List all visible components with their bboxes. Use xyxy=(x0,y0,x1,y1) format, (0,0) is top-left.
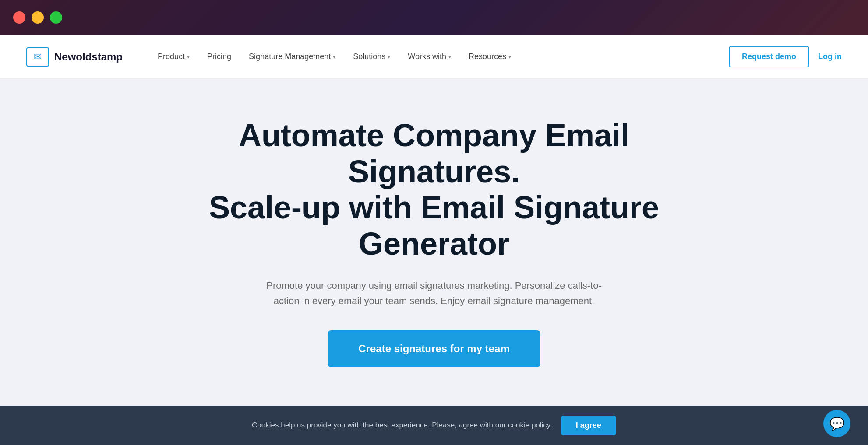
login-button[interactable]: Log in xyxy=(818,52,842,61)
cookie-policy-link[interactable]: cookie policy xyxy=(508,421,550,429)
chevron-down-icon-3: ▾ xyxy=(388,54,390,60)
nav-links: Product ▾ Pricing Signature Management ▾… xyxy=(149,48,729,66)
nav-label-resources: Resources xyxy=(469,52,506,61)
traffic-light-yellow[interactable] xyxy=(32,11,44,24)
nav-actions: Request demo Log in xyxy=(729,46,842,67)
cookie-banner: Cookies help us provide you with the bes… xyxy=(0,406,868,445)
request-demo-button[interactable]: Request demo xyxy=(729,46,809,67)
nav-label-product: Product xyxy=(158,52,185,61)
nav-label-works-with: Works with xyxy=(408,52,446,61)
nav-item-works-with[interactable]: Works with ▾ xyxy=(399,48,460,66)
chevron-down-icon-5: ▾ xyxy=(508,54,511,60)
chat-widget-button[interactable]: 💬 xyxy=(823,410,850,437)
nav-item-signature-management[interactable]: Signature Management ▾ xyxy=(240,48,344,66)
cookie-text: Cookies help us provide you with the bes… xyxy=(252,421,552,430)
chat-icon: 💬 xyxy=(829,417,845,431)
nav-label-pricing: Pricing xyxy=(207,52,231,61)
nav-item-product[interactable]: Product ▾ xyxy=(149,48,198,66)
nav-label-solutions: Solutions xyxy=(353,52,385,61)
nav-item-resources[interactable]: Resources ▾ xyxy=(460,48,520,66)
browser-content: ✉ Newoldstamp Product ▾ Pricing Signatur… xyxy=(0,35,868,445)
logo-area[interactable]: ✉ Newoldstamp xyxy=(26,47,123,67)
traffic-light-green[interactable] xyxy=(50,11,62,24)
cookie-agree-button[interactable]: I agree xyxy=(561,416,616,435)
hero-title-line1: Automate Company Email Signatures. xyxy=(239,118,629,189)
nav-item-pricing[interactable]: Pricing xyxy=(198,48,240,66)
create-signatures-button[interactable]: Create signatures for my team xyxy=(328,330,540,367)
hero-subtitle: Promote your company using email signatu… xyxy=(254,278,614,308)
hero-title-line2: Scale-up with Email Signature Generator xyxy=(209,190,659,261)
chevron-down-icon-2: ▾ xyxy=(333,54,335,60)
chevron-down-icon: ▾ xyxy=(187,54,190,60)
traffic-light-red[interactable] xyxy=(13,11,25,24)
logo-text: Newoldstamp xyxy=(54,51,123,63)
browser-chrome xyxy=(0,0,868,35)
hero-section: Automate Company Email Signatures. Scale… xyxy=(0,79,868,406)
navbar: ✉ Newoldstamp Product ▾ Pricing Signatur… xyxy=(0,35,868,79)
chevron-down-icon-4: ▾ xyxy=(448,54,451,60)
logo-icon: ✉ xyxy=(26,47,49,67)
nav-label-signature-management: Signature Management xyxy=(249,52,331,61)
hero-title: Automate Company Email Signatures. Scale… xyxy=(171,117,697,262)
nav-item-solutions[interactable]: Solutions ▾ xyxy=(344,48,399,66)
